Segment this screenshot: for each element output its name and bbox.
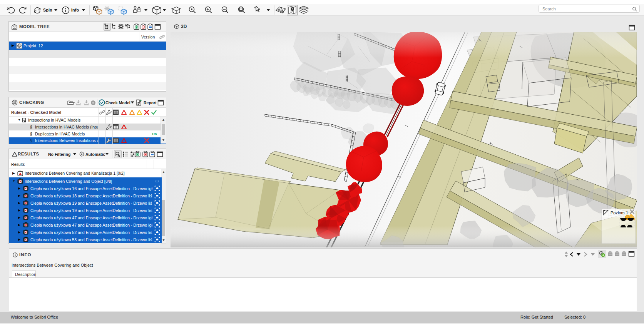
svg-text:Poziom 1: Poziom 1 (611, 210, 628, 215)
